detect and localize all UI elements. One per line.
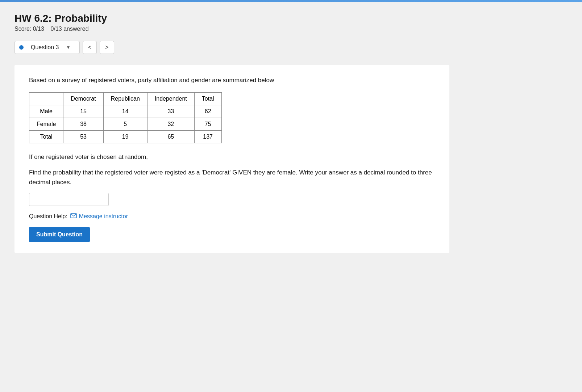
question-selector[interactable]: Question 3 ▼ — [14, 41, 80, 54]
score-label: Score: 0/13 — [14, 26, 44, 32]
question-part1: If one registered voter is chosen at ran… — [29, 152, 435, 162]
page-title: HW 6.2: Probability — [14, 13, 568, 24]
table-row: Female 38 5 32 75 — [29, 118, 222, 130]
probability-table: Democrat Republican Independent Total Ma… — [29, 92, 222, 143]
submit-question-button[interactable]: Submit Question — [29, 227, 90, 242]
table-header-row: Democrat Republican Independent Total — [29, 92, 222, 105]
cell-male-independent: 33 — [147, 105, 194, 118]
question-navigation: Question 3 ▼ < > — [14, 41, 568, 54]
cell-male-republican: 14 — [103, 105, 147, 118]
question-label: Question 3 — [31, 44, 59, 51]
intro-text: Based on a survey of registered voters, … — [29, 76, 435, 85]
answered-label: 0/13 answered — [51, 26, 89, 32]
message-instructor-link[interactable]: Message instructor — [70, 213, 128, 220]
help-label: Question Help: — [29, 213, 67, 220]
mail-icon — [70, 213, 77, 220]
table-header-democrat: Democrat — [63, 92, 103, 105]
data-table-wrapper: Democrat Republican Independent Total Ma… — [29, 92, 435, 143]
table-header-independent: Independent — [147, 92, 194, 105]
content-area: Based on a survey of registered voters, … — [14, 65, 449, 253]
cell-male-total: 62 — [194, 105, 221, 118]
message-instructor-text: Message instructor — [79, 213, 128, 220]
cell-total-total: 137 — [194, 130, 221, 143]
question-help-section: Question Help: Message instructor — [29, 213, 435, 220]
question-part2: Find the probability that the registered… — [29, 168, 435, 187]
cell-female-total: 75 — [194, 118, 221, 130]
row-label-total: Total — [29, 130, 63, 143]
score-line: Score: 0/13 0/13 answered — [14, 26, 568, 32]
question-status-dot — [19, 45, 24, 50]
cell-male-democrat: 15 — [63, 105, 103, 118]
next-question-button[interactable]: > — [100, 41, 114, 54]
cell-total-democrat: 53 — [63, 130, 103, 143]
cell-total-republican: 19 — [103, 130, 147, 143]
table-header-total: Total — [194, 92, 221, 105]
answer-input[interactable] — [29, 193, 109, 206]
row-label-male: Male — [29, 105, 63, 118]
cell-female-democrat: 38 — [63, 118, 103, 130]
cell-female-independent: 32 — [147, 118, 194, 130]
chevron-down-icon: ▼ — [66, 45, 70, 50]
prev-question-button[interactable]: < — [83, 41, 97, 54]
page-container: HW 6.2: Probability Score: 0/13 0/13 ans… — [0, 2, 582, 392]
row-label-female: Female — [29, 118, 63, 130]
cell-female-republican: 5 — [103, 118, 147, 130]
cell-total-independent: 65 — [147, 130, 194, 143]
table-row: Male 15 14 33 62 — [29, 105, 222, 118]
table-header-empty — [29, 92, 63, 105]
table-row: Total 53 19 65 137 — [29, 130, 222, 143]
table-header-republican: Republican — [103, 92, 147, 105]
